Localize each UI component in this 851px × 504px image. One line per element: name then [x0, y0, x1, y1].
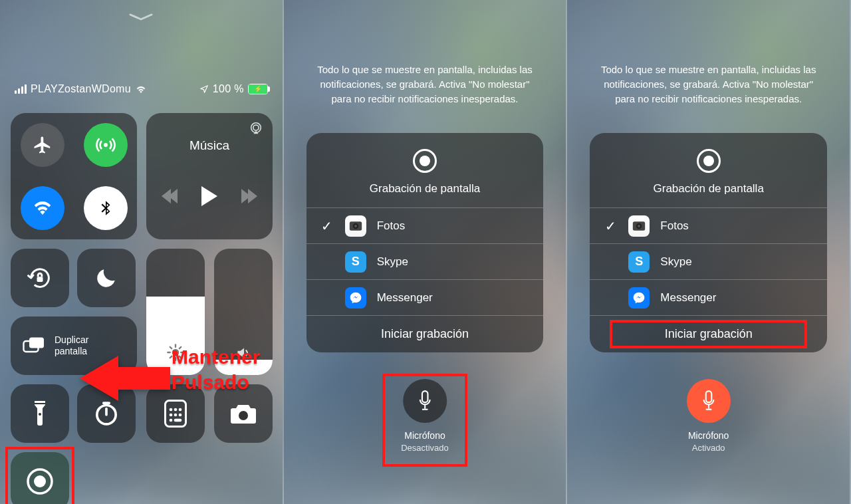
panel-record-options-mic-on: Todo lo que se muestre en pantalla, incl… — [567, 0, 851, 504]
svg-rect-3 — [37, 277, 43, 282]
cell-signal-icon — [15, 84, 27, 94]
app-option-fotos[interactable]: ✓ Fotos — [306, 207, 544, 243]
music-next-button[interactable] — [241, 189, 255, 203]
svg-point-21 — [170, 408, 173, 412]
start-recording-button[interactable]: Iniciar grabación — [590, 315, 827, 352]
annotation-arrow — [80, 356, 170, 401]
screen-mirroring-label: Duplicar pantalla — [55, 334, 88, 358]
svg-point-25 — [174, 414, 178, 417]
app-option-skype[interactable]: S Skype — [306, 243, 544, 279]
annotation-text: MantenerPulsado — [172, 344, 260, 394]
messenger-app-icon — [628, 287, 650, 309]
do-not-disturb-toggle[interactable] — [77, 249, 136, 307]
microphone-toggle[interactable]: Micrófono Desactivado — [401, 379, 449, 454]
microphone-icon — [416, 390, 433, 412]
skype-app-icon: S — [345, 251, 366, 273]
record-icon — [697, 149, 721, 173]
battery-icon: ⚡ — [248, 84, 268, 94]
svg-rect-28 — [174, 419, 182, 422]
photos-app-icon — [345, 215, 366, 237]
music-tile[interactable]: Música — [146, 113, 273, 239]
cellular-data-toggle[interactable] — [84, 123, 128, 167]
app-option-messenger[interactable]: Messenger — [306, 279, 544, 315]
panel-record-options-mic-off: Todo lo que se muestre en pantalla, incl… — [284, 0, 568, 504]
music-prev-button[interactable] — [164, 189, 178, 203]
location-icon — [199, 84, 209, 94]
recording-info-text: Todo lo que se muestre en pantalla, incl… — [309, 63, 541, 106]
collapse-chevron-icon[interactable] — [128, 12, 154, 21]
svg-rect-5 — [29, 338, 44, 348]
wifi-icon — [135, 84, 147, 94]
recording-sheet: Grabación de pantalla ✓ Fotos S Skype Me… — [590, 133, 827, 352]
microphone-label: Micrófono — [688, 430, 729, 441]
app-option-label: Fotos — [660, 219, 689, 233]
recording-sheet-title: Grabación de pantalla — [370, 182, 480, 195]
svg-point-0 — [104, 143, 108, 147]
skype-app-icon: S — [628, 251, 650, 273]
svg-point-29 — [239, 411, 248, 420]
app-option-messenger[interactable]: Messenger — [590, 279, 827, 315]
checkmark-icon: ✓ — [603, 218, 618, 234]
microphone-state: Activado — [692, 443, 725, 453]
music-play-button[interactable] — [201, 186, 217, 206]
svg-point-22 — [174, 408, 178, 412]
checkmark-icon: ✓ — [320, 218, 334, 234]
record-icon — [413, 149, 437, 173]
svg-point-2 — [253, 125, 259, 130]
airplane-mode-toggle[interactable] — [21, 123, 64, 167]
music-title: Música — [146, 138, 273, 153]
app-option-label: Fotos — [377, 219, 406, 233]
app-option-fotos[interactable]: ✓ Fotos — [590, 207, 827, 243]
recording-sheet: Grabación de pantalla ✓ Fotos S Skype Me… — [306, 133, 544, 352]
messenger-app-icon — [345, 287, 366, 309]
svg-point-27 — [170, 419, 173, 422]
microphone-toggle[interactable]: Micrófono Activado — [687, 379, 731, 454]
svg-rect-16 — [35, 403, 45, 404]
svg-point-40 — [638, 225, 640, 227]
svg-rect-35 — [422, 391, 428, 402]
microphone-state: Desactivado — [401, 443, 449, 453]
status-bar: PLAYZostanWDomu 100 % ⚡ — [0, 83, 283, 95]
screen-record-button[interactable] — [11, 452, 69, 504]
svg-point-23 — [179, 408, 182, 412]
photos-app-icon — [628, 215, 650, 237]
panel-control-center: PLAYZostanWDomu 100 % ⚡ — [0, 0, 284, 504]
svg-point-15 — [39, 413, 41, 416]
flashlight-button[interactable] — [11, 384, 69, 443]
svg-point-31 — [34, 475, 46, 487]
microphone-icon — [700, 390, 717, 412]
screen-mirroring-icon — [23, 336, 45, 355]
recording-sheet-title: Grabación de pantalla — [654, 182, 764, 195]
record-icon — [26, 467, 54, 495]
svg-point-34 — [354, 225, 357, 227]
svg-rect-41 — [705, 391, 711, 402]
connectivity-tile[interactable] — [11, 113, 137, 239]
start-recording-button[interactable]: Iniciar grabación — [306, 315, 544, 352]
app-option-skype[interactable]: S Skype — [590, 243, 827, 279]
battery-percent: 100 % — [213, 83, 244, 95]
svg-point-24 — [170, 414, 173, 417]
rotation-lock-toggle[interactable] — [11, 249, 69, 307]
app-option-label: Skype — [660, 255, 691, 269]
app-option-label: Messenger — [660, 291, 716, 305]
app-option-label: Skype — [377, 255, 408, 269]
wifi-toggle[interactable] — [21, 186, 64, 230]
carrier-name: PLAYZostanWDomu — [31, 83, 131, 95]
recording-info-text: Todo lo que se muestre en pantalla, incl… — [592, 63, 824, 106]
airplay-icon[interactable] — [249, 121, 263, 136]
microphone-label: Micrófono — [404, 430, 445, 441]
bluetooth-toggle[interactable] — [84, 186, 128, 230]
svg-point-26 — [179, 414, 182, 417]
app-option-label: Messenger — [377, 291, 433, 305]
